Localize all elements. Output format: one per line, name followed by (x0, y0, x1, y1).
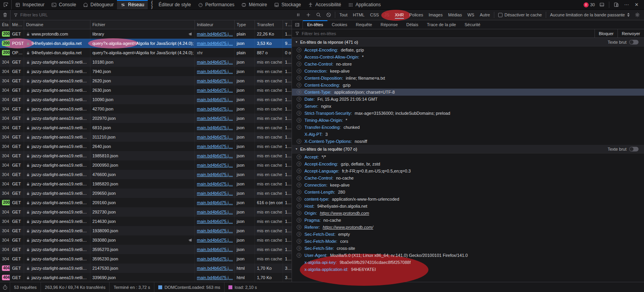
request-row[interactable]: 404GETjazzy-starlight-aeea19.netli…21475… (0, 264, 292, 273)
request-row[interactable]: 404GETjazzy-starlight-aeea19.netli…33969… (0, 273, 292, 282)
header-row[interactable]: X-Alg-PT:3 (292, 131, 644, 138)
request-row[interactable]: 304GETjazzy-starlight-aeea19.netli…47660… (0, 170, 292, 179)
request-row[interactable]: 304GETjazzy-starlight-aeea19.netli…20297… (0, 114, 292, 123)
header-row[interactable]: ?User-Agent:Mozilla/5.0 (X11; Linux x86_… (292, 252, 644, 259)
request-row[interactable]: 304GETjazzy-starlight-aeea19.netli…2630.… (0, 85, 292, 95)
column-header-3[interactable]: Fichier (90, 20, 195, 29)
header-row[interactable]: ?Accept:*/* (292, 153, 644, 160)
header-row[interactable]: ?Server:nginx (292, 103, 644, 110)
request-row[interactable]: 304GETjazzy-starlight-aeea19.netli…35952… (0, 245, 292, 254)
header-row[interactable]: ?Pragma:no-cache (292, 217, 644, 224)
toolbox-tab-stockage[interactable]: Stockage (271, 0, 304, 9)
initiator-link[interactable]: main.bd4b6d75.j… (197, 172, 233, 177)
type-filter-autre[interactable]: Autre (477, 11, 493, 19)
request-row[interactable]: 304GETjazzy-starlight-aeea19.netli…19858… (0, 179, 292, 189)
request-headers-section[interactable]: ▼ En-têtes de la requête (707 o) Texte b… (292, 145, 644, 153)
header-row[interactable]: ?Strict-Transport-Security:max-age=31536… (292, 110, 644, 117)
initiator-link[interactable]: main.bd4b6d75.j… (197, 97, 233, 102)
initiator-link[interactable]: main.bd4b6d75.j… (197, 182, 233, 186)
toolbox-tab-accessibilite[interactable]: Accessibilité (304, 0, 345, 9)
disable-cache-control[interactable]: Désactiver le cache (495, 12, 545, 17)
throttle-select[interactable]: Aucune limitation de la bande passante (547, 12, 632, 17)
initiator-link[interactable]: main.bd4b6d75.j… (197, 163, 233, 167)
performance-analysis-button[interactable] (0, 282, 10, 292)
initiator-link[interactable]: main.bd4b6d75.j… (197, 107, 233, 111)
console-error-badge[interactable]: ! 30 (582, 2, 596, 7)
header-value[interactable]: https://www.protondb.com (320, 211, 369, 215)
header-row[interactable]: ?Sec-Fetch-Site:cross-site (292, 245, 644, 252)
request-row[interactable]: 304GETjazzy-starlight-aeea19.netli…6810.… (0, 123, 292, 132)
toolbox-tab-reseau[interactable]: Réseau (117, 0, 147, 9)
header-row[interactable]: ?Origin:https://www.protondb.com (292, 210, 644, 217)
initiator-link[interactable]: main.bd4b6d75.j… (197, 116, 233, 121)
search-button[interactable] (313, 10, 324, 20)
header-row[interactable]: ?Content-Type:application/json; charset=… (292, 89, 644, 96)
request-row[interactable]: 304GETjazzy-starlight-aeea19.netli…21463… (0, 217, 292, 226)
header-row[interactable]: ?Accept-Encoding:deflate, gzip (292, 46, 644, 53)
details-tab-requ-te[interactable]: Requête (352, 20, 377, 29)
toolbox-tab-console[interactable]: Console (48, 0, 80, 9)
initiator-link[interactable]: main.bd4b6d75.j… (197, 88, 233, 93)
request-row[interactable]: 304GETjazzy-starlight-aeea19.netli…10090… (0, 95, 292, 104)
header-row[interactable]: ?Host:94he6yatei-dsn.algolia.net (292, 203, 644, 210)
header-row[interactable]: ?Connection:keep-alive (292, 182, 644, 189)
response-headers-section[interactable]: ▼ En-têtes de la réponse (471 o) Texte b… (292, 38, 644, 46)
request-row[interactable]: 304GETjazzy-starlight-aeea19.netli…10180… (0, 57, 292, 67)
element-picker-button[interactable] (0, 0, 12, 9)
request-row[interactable]: 200GETjazzy-starlight-aeea19.netli…20916… (0, 198, 292, 207)
initiator-link[interactable]: main.bd4b6d75.j… (197, 238, 233, 242)
initiator-link[interactable]: main.bd4b6d75.j… (197, 191, 233, 196)
initiator-link[interactable]: main.bd4b6d75.j… (197, 60, 233, 64)
initiator-link[interactable]: main.bd4b6d75.j… (197, 69, 233, 74)
initiator-link[interactable]: main.bd4b6d75.j… (197, 247, 233, 252)
header-row[interactable]: ?Cache-Control:no-cache (292, 174, 644, 182)
details-tab-r-ponse[interactable]: Réponse (376, 20, 402, 29)
header-row[interactable]: ?X-Content-Type-Options:nosniff (292, 138, 644, 145)
header-row[interactable]: ?Timing-Allow-Origin:* (292, 117, 644, 124)
request-row[interactable]: 304GETjazzy-starlight-aeea19.netli…2640.… (0, 142, 292, 151)
header-row[interactable]: ?Access-Control-Allow-Origin:* (292, 53, 644, 61)
header-row[interactable]: ?Transfer-Encoding:chunked (292, 124, 644, 131)
initiator-link[interactable]: main.bd4b6d75.j… (197, 275, 233, 280)
request-row[interactable]: 304GETjazzy-starlight-aeea19.netli…19380… (0, 226, 292, 235)
type-filter-html[interactable]: HTML (350, 11, 367, 19)
toolbox-tab-performances[interactable]: Performances (195, 0, 238, 9)
header-row[interactable]: ?Content-Length:280 (292, 189, 644, 196)
clear-requests-button[interactable] (0, 10, 10, 20)
initiator-link[interactable]: main.bd4b6d75.j… (197, 41, 233, 46)
raw-toggle-switch[interactable] (629, 40, 639, 45)
request-row[interactable]: 304GETjazzy-starlight-aeea19.netli…7940.… (0, 67, 292, 76)
close-devtools-button[interactable]: ✕ (632, 0, 641, 9)
url-filter-input[interactable] (20, 12, 293, 17)
details-tab-en-t-tes[interactable]: En-têtes (303, 20, 327, 29)
column-header-2[interactable]: Domaine (24, 20, 90, 29)
initiator-link[interactable]: main.bd4b6d75.j… (197, 144, 233, 149)
block-url-button[interactable] (324, 10, 334, 20)
column-header-0[interactable]: Éta (0, 20, 10, 29)
request-row[interactable]: 304GETjazzy-starlight-aeea19.netli…31121… (0, 132, 292, 142)
request-row[interactable]: 200POST94he6yatei-dsn.algolia.netquery?x… (0, 39, 292, 48)
type-filter-xhr[interactable]: XHR (392, 11, 407, 19)
details-pane-toggle-button[interactable] (292, 20, 303, 29)
request-row[interactable]: 200GETwww.protondb.comlibrarymain.bd4b6d… (0, 29, 292, 39)
initiator-link[interactable]: main.bd4b6d75.j… (197, 153, 233, 158)
new-request-button[interactable] (303, 10, 313, 20)
header-value[interactable]: https://www.protondb.com/ (323, 225, 373, 230)
block-button[interactable]: Bloquer (594, 29, 617, 37)
type-filter-ws[interactable]: WS (465, 11, 477, 19)
column-header-4[interactable]: Initiateur (195, 20, 235, 29)
raw-toggle-switch[interactable] (629, 147, 639, 151)
resend-button[interactable]: Renvoyer (617, 29, 644, 37)
request-row[interactable]: 200OP…94he6yatei-dsn.algolia.netquery?x-… (0, 48, 292, 57)
initiator-link[interactable]: main.bd4b6d75.j… (197, 210, 233, 214)
initiator-link[interactable]: main.bd4b6d75.j… (197, 200, 233, 205)
initiator-link[interactable]: main.bd4b6d75.j… (197, 125, 233, 130)
type-filter-css[interactable]: CSS (367, 11, 382, 19)
toolbox-menu-button[interactable]: ⋯ (622, 0, 631, 9)
type-filter-médias[interactable]: Médias (445, 11, 464, 19)
disable-cache-checkbox[interactable] (498, 13, 502, 17)
header-row[interactable]: ?Content-Disposition:inline; filename=a.… (292, 75, 644, 82)
toolbox-tab-applications[interactable]: Applications (345, 0, 384, 9)
split-console-button[interactable] (598, 0, 606, 9)
toolbox-tab-debogueur[interactable]: Débogueur (80, 0, 117, 9)
